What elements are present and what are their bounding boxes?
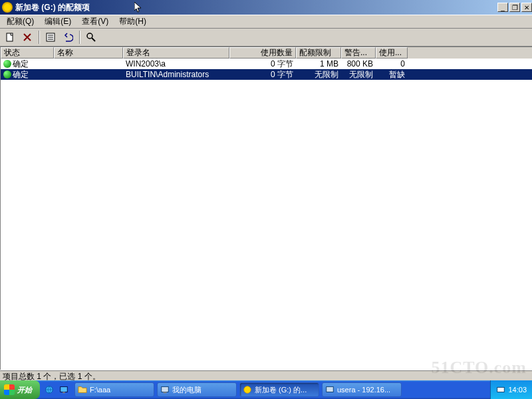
cell-used: 0 字节 bbox=[229, 69, 296, 80]
svg-rect-11 bbox=[163, 392, 166, 394]
delete-icon[interactable] bbox=[20, 30, 35, 45]
col-login[interactable]: 登录名 bbox=[123, 47, 229, 59]
cell-used: 0 字节 bbox=[229, 59, 296, 70]
window-title: 新加卷 (G:) 的配额项 bbox=[15, 2, 496, 13]
column-headers: 状态 名称 登录名 使用数量 配额限制 警告... 使用... bbox=[1, 47, 532, 59]
col-name[interactable]: 名称 bbox=[54, 47, 123, 59]
cell-warn: 无限制 bbox=[341, 69, 376, 80]
svg-rect-9 bbox=[63, 392, 65, 394]
undo-icon[interactable] bbox=[61, 30, 75, 45]
ok-icon bbox=[3, 70, 11, 78]
minimize-button[interactable]: _ bbox=[497, 3, 508, 12]
col-warn[interactable]: 警告... bbox=[341, 47, 376, 59]
table-row[interactable]: 确定 BUILTIN\Administrators 0 字节 无限制 无限制 暂… bbox=[1, 69, 532, 80]
taskbar-item[interactable]: usera - 192.16... bbox=[322, 382, 402, 397]
taskbar-item[interactable]: F:\aaa bbox=[74, 382, 154, 397]
svg-point-5 bbox=[87, 33, 92, 39]
properties-icon[interactable] bbox=[43, 30, 58, 45]
desktop-icon[interactable] bbox=[57, 383, 70, 396]
svg-point-12 bbox=[244, 386, 251, 394]
taskbar-item[interactable]: 新加卷 (G:) 的... bbox=[239, 382, 319, 397]
cell-state: 确定 bbox=[1, 59, 54, 70]
toolbar-separator bbox=[39, 31, 39, 44]
tray-icon[interactable] bbox=[496, 385, 505, 394]
menu-view[interactable]: 查看(V) bbox=[76, 15, 114, 29]
taskbar: 开始 F:\aaa 我的电脑 新加卷 (G:) 的... usera - 192… bbox=[0, 380, 532, 399]
cell-limit: 无限制 bbox=[296, 69, 341, 80]
ie-icon[interactable] bbox=[43, 383, 56, 396]
cell-limit: 1 MB bbox=[296, 59, 341, 68]
title-bar: 新加卷 (G:) 的配额项 _ ❐ ✕ bbox=[0, 0, 532, 15]
cell-login: BUILTIN\Administrators bbox=[123, 70, 229, 79]
col-state[interactable]: 状态 bbox=[1, 47, 54, 59]
svg-rect-8 bbox=[61, 387, 68, 392]
col-usedpct[interactable]: 使用... bbox=[376, 47, 408, 59]
col-used[interactable]: 使用数量 bbox=[229, 47, 296, 59]
menu-bar: 配额(Q) 编辑(E) 查看(V) 帮助(H) bbox=[0, 15, 532, 28]
quick-launch bbox=[40, 383, 73, 396]
menu-quota[interactable]: 配额(Q) bbox=[1, 15, 39, 29]
svg-line-6 bbox=[92, 38, 95, 41]
cell-warn: 800 KB bbox=[341, 59, 376, 68]
app-icon bbox=[2, 2, 13, 13]
system-tray[interactable]: 14:03 bbox=[490, 380, 532, 399]
windows-flag-icon bbox=[4, 384, 15, 395]
clock[interactable]: 14:03 bbox=[508, 386, 527, 394]
cell-usedpct: 0 bbox=[376, 59, 408, 68]
taskbar-item[interactable]: 我的电脑 bbox=[157, 382, 237, 397]
start-button[interactable]: 开始 bbox=[0, 380, 40, 399]
close-button[interactable]: ✕ bbox=[521, 3, 532, 12]
svg-rect-10 bbox=[162, 387, 169, 392]
restore-button[interactable]: ❐ bbox=[509, 3, 520, 12]
find-icon[interactable] bbox=[84, 30, 98, 45]
toolbar bbox=[0, 28, 532, 47]
cell-login: WIN2003\a bbox=[123, 59, 229, 68]
list-body: 确定 WIN2003\a 0 字节 1 MB 800 KB 0 确定 BUILT… bbox=[1, 59, 532, 375]
svg-rect-13 bbox=[327, 387, 334, 392]
toolbar-separator bbox=[79, 31, 80, 44]
ok-icon bbox=[3, 60, 11, 68]
new-icon[interactable] bbox=[3, 30, 17, 45]
menu-edit[interactable]: 编辑(E) bbox=[39, 15, 76, 29]
svg-rect-14 bbox=[497, 388, 505, 392]
col-limit[interactable]: 配额限制 bbox=[296, 47, 341, 59]
cell-state: 确定 bbox=[1, 69, 54, 80]
cell-usedpct: 暂缺 bbox=[376, 69, 408, 80]
list-view[interactable]: 状态 名称 登录名 使用数量 配额限制 警告... 使用... 确定 WIN20… bbox=[0, 47, 532, 375]
table-row[interactable]: 确定 WIN2003\a 0 字节 1 MB 800 KB 0 bbox=[1, 59, 532, 69]
svg-rect-0 bbox=[7, 33, 13, 41]
menu-help[interactable]: 帮助(H) bbox=[114, 15, 152, 29]
